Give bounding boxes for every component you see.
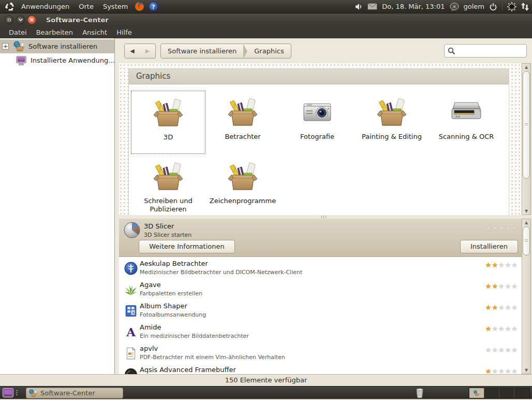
clock[interactable]: Do, 18. Mär, 13:01 — [382, 3, 445, 10]
shade-button[interactable] — [16, 16, 25, 24]
letter-a-icon: A — [124, 325, 138, 339]
close-button[interactable]: × — [27, 16, 36, 24]
category-label: Zeichenprogramme — [210, 197, 276, 205]
scrollbar-thumb[interactable] — [523, 71, 530, 179]
workspace-3[interactable] — [499, 388, 514, 398]
scroll-down-icon[interactable]: ▼ — [522, 368, 530, 373]
category-tile-schreiben-publizieren[interactable]: Schreiben und Publizieren — [131, 155, 205, 215]
taskbar-item-software-center[interactable]: Software-Center — [26, 388, 123, 398]
breadcrumb-software-installieren[interactable]: Software installieren — [161, 44, 243, 58]
updates-icon[interactable] — [507, 2, 516, 11]
star-empty-icon: ★ — [492, 346, 498, 354]
menu-bearbeiten[interactable]: Bearbeiten — [32, 26, 78, 38]
workspace-4[interactable] — [514, 388, 529, 398]
category-tile-fotografie[interactable]: Fotografie — [280, 91, 354, 154]
forward-button[interactable]: ▶ — [140, 44, 156, 59]
category-label: Betrachter — [225, 133, 260, 141]
category-tile-scanning-ocr[interactable]: Scanning & OCR — [429, 91, 504, 154]
volume-icon[interactable] — [354, 3, 363, 11]
pane-splitter[interactable] — [115, 215, 532, 219]
star-empty-icon: ★ — [511, 346, 518, 354]
selected-app-row[interactable]: 3D Slicer 3D Slicer starten ★★★★★ Weiter… — [119, 219, 522, 257]
framebuffer-disc-icon — [124, 368, 138, 374]
menu-anwendungen[interactable]: Anwendungen — [17, 0, 74, 13]
list-item[interactable]: apvlv PDF-Betrachter mit einem Vim-ähnli… — [119, 343, 522, 364]
back-arrow-icon: ◀ — [130, 48, 134, 54]
star-filled-icon: ★ — [485, 367, 492, 374]
minimize-button[interactable] — [5, 16, 13, 24]
list-item[interactable]: Aeskulap Betrachter Medizinischer Bildbe… — [119, 258, 522, 279]
category-label: Schreiben und Publizieren — [134, 197, 203, 213]
more-info-button[interactable]: Weitere Informationen — [139, 240, 235, 253]
star-filled-icon: ★ — [492, 282, 498, 290]
install-button[interactable]: Installieren — [460, 240, 518, 253]
scroll-up-icon[interactable]: ▲ — [522, 65, 530, 69]
star-empty-icon: ★ — [485, 224, 492, 232]
mail-icon[interactable] — [367, 3, 377, 10]
sidebar-item-software-installieren[interactable]: + Software installieren — [0, 39, 114, 53]
pdf-document-icon — [124, 347, 138, 360]
breadcrumb-graphics[interactable]: Graphics — [247, 44, 290, 58]
workspace-1[interactable] — [469, 388, 484, 398]
search-box[interactable] — [444, 44, 527, 58]
scrollbar-thumb[interactable] — [523, 226, 530, 255]
rating-stars: ★★★★★ — [485, 282, 518, 290]
category-tile-betrachter[interactable]: Betrachter — [205, 91, 280, 154]
chat-status-icon[interactable]: ✕ — [450, 3, 459, 11]
app-name: Aeskulap Betrachter — [140, 260, 208, 267]
list-item[interactable]: Aqsis Advanced Framebuffer ★★★★★ — [119, 364, 522, 374]
help-icon[interactable]: ? — [149, 2, 158, 11]
caduceus-icon — [124, 262, 138, 275]
panel-grip-handle[interactable] — [16, 390, 18, 396]
list-scrollbar[interactable]: ▲ ▼ — [522, 219, 531, 374]
panel-separator — [502, 3, 503, 10]
photo-album-icon: A — [124, 304, 138, 318]
sidebar: + Software installieren Installierte Anw… — [0, 38, 115, 374]
scroll-up-icon[interactable]: ▲ — [522, 220, 530, 225]
sidebar-item-installierte-anwendungen[interactable]: Installierte Anwendung... — [0, 53, 114, 67]
search-input[interactable] — [458, 46, 524, 56]
show-desktop-icon[interactable] — [3, 388, 13, 397]
sidebar-item-label: Installierte Anwendung... — [31, 56, 114, 64]
list-item[interactable]: A Amide Ein medizinischer Bilddatenbetra… — [119, 322, 522, 343]
main-content: ◀ ▶ Software installieren Graphics Graph… — [115, 38, 532, 374]
star-empty-icon: ★ — [505, 325, 511, 333]
menu-hilfe[interactable]: Hilfe — [112, 26, 137, 38]
window-titlebar[interactable]: × Software-Center — [0, 13, 532, 26]
category-scrollbar[interactable]: ▲ ▼ — [522, 63, 531, 215]
firefox-icon[interactable] — [135, 2, 144, 11]
power-icon[interactable] — [489, 3, 497, 11]
menu-datei[interactable]: Datei — [4, 26, 32, 38]
trash-icon[interactable] — [415, 388, 424, 398]
workspace-2[interactable] — [484, 388, 499, 398]
list-item[interactable]: Agave Farbpaletten erstellen ★★★★★ — [119, 279, 522, 301]
svg-text:?: ? — [152, 4, 155, 10]
scroll-down-icon[interactable]: ▼ — [522, 209, 530, 213]
star-empty-icon: ★ — [492, 325, 498, 333]
menu-system[interactable]: System — [98, 0, 132, 13]
package-box-icon — [226, 160, 259, 193]
star-empty-icon: ★ — [511, 367, 518, 374]
back-button[interactable]: ◀ — [124, 44, 140, 59]
rating-stars: ★★★★★ — [485, 367, 518, 374]
app-summary: PDF-Betrachter mit einem Vim-ähnlichen V… — [140, 354, 285, 361]
category-tile-zeichenprogramme[interactable]: Zeichenprogramme — [205, 155, 280, 215]
category-tile-painting-editing[interactable]: Painting & Editing — [354, 91, 429, 154]
rating-stars: ★★★★★ — [485, 224, 518, 232]
username[interactable]: golem — [464, 3, 484, 10]
list-item[interactable]: A Album Shaper Fotoalbumsanwendung ★★★★★ — [119, 301, 522, 322]
search-icon — [448, 47, 455, 55]
menu-ansicht[interactable]: Ansicht — [78, 26, 112, 38]
app-summary: 3D Slicer starten — [144, 232, 191, 238]
star-empty-icon: ★ — [505, 367, 511, 374]
star-empty-icon: ★ — [511, 325, 518, 333]
star-empty-icon: ★ — [511, 261, 518, 269]
menu-orte[interactable]: Orte — [74, 0, 98, 13]
network-arrows-icon[interactable] — [521, 3, 529, 11]
statusbar: 150 Elemente verfügbar — [0, 374, 532, 386]
expander-icon[interactable]: + — [2, 43, 9, 50]
software-box-icon — [13, 41, 25, 52]
category-tile-3d[interactable]: 3D — [131, 91, 205, 154]
star-empty-icon: ★ — [511, 282, 518, 290]
ubuntu-logo-icon[interactable] — [5, 2, 14, 11]
